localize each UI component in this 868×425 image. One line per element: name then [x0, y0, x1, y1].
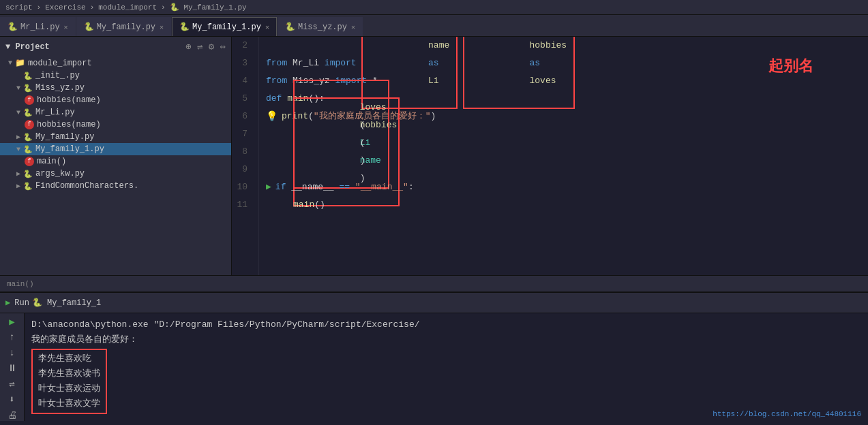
args-kw-label: args_kw.py	[35, 169, 85, 178]
arrow-miss-yz: ▼	[16, 84, 20, 92]
tab-my-family-close[interactable]: ✕	[160, 23, 164, 31]
arrow-find-common: ▶	[16, 182, 20, 190]
tab-my-family-1-label: My_family_1.py	[192, 22, 261, 32]
output-boxed-block: 李先生喜欢吃 李先生喜欢读书 叶女士喜欢运动 叶女士喜欢文学	[31, 349, 861, 414]
func-icon-main: f	[25, 157, 34, 166]
run-pause-button[interactable]: ⏸	[5, 363, 19, 375]
tab-miss-yz[interactable]: 🐍 Miss_yz.py ✕	[278, 17, 363, 36]
tree-mr-hobbies[interactable]: f hobbies(name)	[0, 119, 231, 131]
find-common-label: FindCommonCharacters.	[35, 181, 138, 191]
init-label: _init_.py	[35, 71, 80, 80]
main-func-label: main()	[37, 157, 66, 166]
tab-my-family[interactable]: 🐍 My_family.py ✕	[76, 17, 171, 36]
run-header-icon: ▶	[5, 298, 10, 308]
my-family-1-icon: 🐍	[179, 22, 190, 32]
tab-mr-li-label: Mr_Li.py	[20, 22, 60, 32]
arrow-my-family: ▶	[16, 133, 20, 141]
run-play-button[interactable]: ▶	[5, 316, 19, 328]
mr-li-icon: 🐍	[8, 22, 18, 32]
ln-7: 7	[232, 125, 253, 143]
ln-6: 6	[232, 108, 253, 125]
ln-10: 10	[232, 178, 253, 196]
tree-init[interactable]: ▶ 🐍 _init_.py	[0, 69, 231, 82]
py-icon-my-family-1: 🐍	[23, 145, 33, 154]
topbar-file: 🐍 My_family_1.py	[170, 3, 247, 12]
run-name: 🐍 My_family_1	[32, 298, 101, 308]
top-bar: script › Excercise › module_import › 🐍 M…	[0, 0, 868, 15]
run-header: ▶ Run 🐍 My_family_1	[0, 293, 868, 313]
output-line-2: 我的家庭成员各自的爱好：	[31, 332, 861, 347]
sidebar-title: ▼ Project	[5, 42, 50, 52]
sidebar: ▼ Project ⊕ ⇌ ⚙ ⇔ ▼ 📁 module_import ▶ 🐍 …	[0, 37, 232, 275]
run-down-button[interactable]: ↓	[5, 347, 19, 359]
tree-find-common[interactable]: ▶ 🐍 FindCommonCharacters.	[0, 180, 231, 192]
miss-hobbies-label: hobbies(name)	[37, 95, 101, 105]
topbar-script: script	[5, 3, 33, 12]
tab-my-family-1[interactable]: 🐍 My_family_1.py ✕	[172, 17, 277, 36]
py-icon-init: 🐍	[23, 72, 33, 80]
output-box-lines: 李先生喜欢吃 李先生喜欢读书 叶女士喜欢运动 叶女士喜欢文学	[31, 349, 107, 414]
arrow-my-family-1: ▼	[16, 146, 20, 153]
ln-2: 2	[232, 37, 253, 54]
topbar-excercise: Excercise	[45, 3, 85, 12]
topbar-module: module_import	[98, 3, 157, 12]
code-line-10: ▶ if __name__ == "__main__" :	[259, 178, 868, 196]
arrow-args-kw: ▶	[16, 170, 20, 178]
output-box-3: 叶女士喜欢运动	[38, 381, 100, 396]
ln-5: 5	[232, 90, 253, 108]
output-box-1: 李先生喜欢吃	[38, 351, 100, 366]
arrow-module-import: ▼	[8, 59, 12, 67]
output-box-4: 叶女士喜欢文学	[38, 396, 100, 411]
ln-11: 11	[232, 196, 253, 214]
tree-main-func[interactable]: f main()	[0, 155, 231, 168]
run-title: Run	[14, 298, 29, 308]
tree-my-family[interactable]: ▶ 🐍 My_family.py	[0, 131, 231, 143]
tab-mr-li[interactable]: 🐍 Mr_Li.py ✕	[0, 17, 76, 36]
tab-miss-yz-label: Miss_yz.py	[298, 22, 347, 32]
output-box-2: 李先生喜欢读书	[38, 366, 100, 381]
run-content: ▶ ↑ ↓ ⏸ ⇌ ⬇ 🖨 D:\anaconda\python.exe "D:…	[0, 313, 868, 421]
py-icon-my-family: 🐍	[23, 133, 33, 142]
func-icon-miss-hobbies: f	[25, 95, 34, 105]
tree-module-import[interactable]: ▼ 📁 module_import	[0, 57, 231, 69]
code-lines: 起别名 from Mr_Li import name as Li	[259, 37, 868, 275]
py-icon-mr-li: 🐍	[23, 108, 33, 117]
run-sidebar: ▶ ↑ ↓ ⏸ ⇌ ⬇ 🖨	[0, 313, 25, 421]
run-wrap-button[interactable]: ⇌	[5, 378, 19, 390]
code-editor: 2 3 4 5 6 7 8 9 10 11 起别名 from	[232, 37, 868, 275]
tab-mr-li-close[interactable]: ✕	[64, 23, 68, 31]
code-line-8: hobbies ( name )	[259, 143, 868, 161]
run-arrow-icon: ▶	[266, 178, 271, 196]
bulb-icon: 💡	[266, 108, 278, 125]
tab-bar: 🐍 Mr_Li.py ✕ 🐍 My_family.py ✕ 🐍 My_famil…	[0, 15, 868, 37]
tree-mr-li[interactable]: ▼ 🐍 Mr_Li.py	[0, 106, 231, 119]
py-icon-args-kw: 🐍	[23, 170, 33, 178]
tab-my-family-1-close[interactable]: ✕	[265, 23, 269, 31]
run-output: D:\anaconda\python.exe "D:/Program Files…	[25, 313, 868, 421]
miss-yz-icon: 🐍	[285, 22, 295, 32]
my-family-tree-label: My_family.py	[35, 132, 94, 142]
ln-4: 4	[232, 72, 253, 90]
tree-miss-yz[interactable]: ▼ 🐍 Miss_yz.py	[0, 82, 231, 94]
tree-args-kw[interactable]: ▶ 🐍 args_kw.py	[0, 168, 231, 180]
func-icon-mr-hobbies: f	[25, 120, 34, 129]
run-print-button[interactable]: 🖨	[5, 409, 19, 421]
code-line-9	[259, 161, 868, 178]
run-scroll-button[interactable]: ⬇	[5, 394, 19, 405]
tree-my-family-1[interactable]: ▼ 🐍 My_family_1.py	[0, 143, 231, 155]
module-import-label: module_import	[28, 59, 92, 68]
mr-li-tree-label: Mr_Li.py	[35, 108, 75, 117]
blog-link[interactable]: https://blog.csdn.net/qq_44801116	[713, 410, 861, 418]
my-family-1-tree-label: My_family_1.py	[35, 144, 104, 154]
sidebar-icons: ⊕ ⇌ ⚙ ⇔	[185, 41, 226, 52]
ln-8: 8	[232, 143, 253, 161]
mr-hobbies-label: hobbies(name)	[37, 120, 101, 129]
status-main: main()	[7, 280, 34, 288]
run-up-button[interactable]: ↑	[5, 332, 19, 343]
tab-miss-yz-close[interactable]: ✕	[351, 23, 355, 31]
sidebar-header: ▼ Project ⊕ ⇌ ⚙ ⇔	[0, 37, 231, 57]
code-line-3: from Mr_Li import name as Li hobbies as …	[259, 54, 868, 72]
dir-icon: 📁	[15, 58, 25, 68]
run-panel: ▶ Run 🐍 My_family_1 ▶ ↑ ↓ ⏸ ⇌ ⬇ 🖨 D:\ana…	[0, 292, 868, 421]
tree-miss-hobbies[interactable]: f hobbies(name)	[0, 94, 231, 106]
